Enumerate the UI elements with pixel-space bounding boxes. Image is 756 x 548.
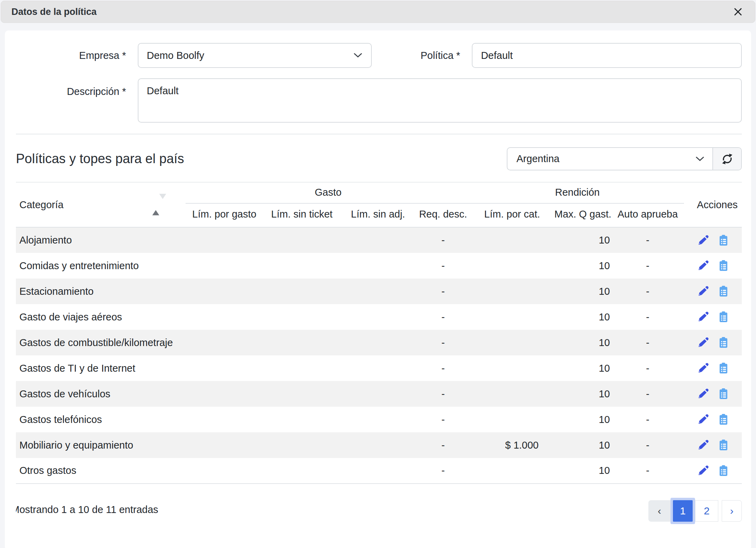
pagination-active-ring: 1: [670, 498, 695, 524]
clipboard-button[interactable]: [718, 388, 729, 400]
close-button[interactable]: [732, 6, 744, 18]
clipboard-button[interactable]: [718, 465, 729, 477]
form-row-2: Descripción * Default: [16, 78, 742, 123]
clipboard-button[interactable]: [718, 439, 729, 451]
cell-lim-sin-ticket: [263, 330, 341, 355]
modal-body: Empresa * Demo Boolfy Política * Descrip…: [5, 30, 751, 548]
cell-lim-sin-adj: [341, 381, 415, 407]
clipboard-button[interactable]: [718, 362, 729, 374]
cell-acciones: [684, 330, 742, 355]
cell-req-desc: -: [415, 330, 471, 355]
cell-categoria: Gastos de vehículos: [16, 381, 186, 407]
edit-button[interactable]: [697, 388, 709, 400]
column-header-lim-sin-adj[interactable]: Lím. sin adj.: [341, 203, 415, 227]
cell-auto-aprueba: -: [611, 330, 684, 355]
chevron-down-icon: [354, 53, 362, 58]
cell-categoria: Alojamiento: [16, 227, 186, 253]
modal-header: Datos de la política: [1, 1, 755, 23]
close-icon: [732, 6, 744, 18]
cell-lim-por-gasto: [186, 381, 263, 407]
clipboard-list-icon: [718, 465, 729, 477]
cell-lim-por-gasto: [186, 432, 263, 458]
cell-max-q-gast: 10: [540, 227, 611, 253]
edit-button[interactable]: [697, 337, 709, 348]
edit-button[interactable]: [697, 439, 709, 451]
column-header-categoria[interactable]: Categoría: [16, 182, 186, 227]
table-row: Estacionamiento - 10 -: [16, 279, 742, 304]
column-header-auto-aprueba[interactable]: Auto aprueba: [611, 203, 684, 227]
cell-acciones: [684, 458, 742, 484]
edit-button[interactable]: [697, 311, 709, 323]
edit-button[interactable]: [697, 414, 709, 425]
cell-max-q-gast: 10: [540, 407, 611, 432]
clipboard-list-icon: [718, 362, 729, 374]
cell-auto-aprueba: -: [611, 407, 684, 432]
column-header-lim-por-cat[interactable]: Lím. por cat.: [471, 203, 540, 227]
cell-lim-por-cat: [471, 227, 540, 253]
edit-button[interactable]: [697, 362, 709, 374]
pencil-icon: [697, 465, 709, 477]
clipboard-list-icon: [718, 414, 729, 425]
clipboard-button[interactable]: [718, 260, 729, 272]
policies-table: Categoría Gasto Rendición Acciones Lím. …: [16, 182, 742, 484]
column-header-req-desc[interactable]: Req. desc.: [415, 203, 471, 227]
table-row: Gasto de viajes aéreos - 10 -: [16, 304, 742, 330]
cell-acciones: [684, 407, 742, 432]
column-header-lim-por-gasto[interactable]: Lím. por gasto: [186, 203, 263, 227]
table-row: Otros gastos - 10 -: [16, 458, 742, 484]
pagination-next-button[interactable]: ›: [722, 500, 742, 522]
table-footer: Mostrando 1 a 10 de 11 entradas ‹ 1 2 ›: [16, 484, 742, 525]
cell-lim-por-cat: [471, 253, 540, 279]
cell-req-desc: -: [415, 355, 471, 381]
divider: [16, 134, 742, 134]
edit-button[interactable]: [697, 465, 709, 477]
cell-lim-sin-adj: [341, 279, 415, 304]
cell-categoria: Gastos de TI y de Internet: [16, 355, 186, 381]
group-header-gasto: Gasto: [186, 182, 471, 203]
cell-req-desc: -: [415, 407, 471, 432]
cell-acciones: [684, 279, 742, 304]
pagination-page-2-button[interactable]: 2: [695, 500, 718, 522]
pagination-prev-button[interactable]: ‹: [648, 500, 670, 522]
cell-categoria: Comidas y entretenimiento: [16, 253, 186, 279]
clipboard-button[interactable]: [718, 235, 729, 246]
edit-button[interactable]: [697, 285, 709, 297]
country-select-value: Argentina: [516, 153, 559, 165]
section-row: Políticas y topes para el país Argentina: [16, 147, 742, 170]
clipboard-button[interactable]: [718, 285, 729, 297]
descripcion-textarea[interactable]: Default: [138, 78, 742, 123]
cell-lim-sin-adj: [341, 227, 415, 253]
edit-button[interactable]: [697, 235, 709, 246]
column-header-acciones: Acciones: [684, 182, 742, 227]
pagination-page-1-button[interactable]: 1: [673, 500, 693, 522]
pencil-icon: [697, 362, 709, 374]
empresa-select[interactable]: Demo Boolfy: [138, 43, 372, 68]
pencil-icon: [697, 414, 709, 425]
country-select[interactable]: Argentina: [507, 148, 712, 170]
cell-lim-por-cat: $ 1.000: [471, 432, 540, 458]
cell-lim-sin-adj: [341, 304, 415, 330]
cell-lim-por-gasto: [186, 330, 263, 355]
cell-max-q-gast: 10: [540, 253, 611, 279]
table-row: Gastos telefónicos - 10 -: [16, 407, 742, 432]
group-header-rendicion: Rendición: [471, 182, 684, 203]
cell-lim-por-cat: [471, 279, 540, 304]
column-header-max-q-gast[interactable]: Max. Q gast.: [540, 203, 611, 227]
politica-input[interactable]: [472, 43, 742, 68]
cell-auto-aprueba: -: [611, 227, 684, 253]
pencil-icon: [697, 285, 709, 297]
refresh-icon: [721, 153, 734, 165]
clipboard-list-icon: [718, 439, 729, 451]
clipboard-button[interactable]: [718, 337, 729, 348]
table-row: Gastos de vehículos - 10 -: [16, 381, 742, 407]
edit-button[interactable]: [697, 260, 709, 272]
cell-max-q-gast: 10: [540, 381, 611, 407]
refresh-button[interactable]: [712, 148, 741, 170]
clipboard-button[interactable]: [718, 311, 729, 323]
country-group: Argentina: [507, 147, 742, 170]
column-header-lim-sin-ticket[interactable]: Lím. sin ticket: [263, 203, 341, 227]
entries-info: Mostrando 1 a 10 de 11 entradas: [16, 498, 158, 515]
clipboard-button[interactable]: [718, 414, 729, 425]
table-row: Gastos de TI y de Internet - 10 -: [16, 355, 742, 381]
pagination: ‹ 1 2 ›: [648, 498, 742, 524]
